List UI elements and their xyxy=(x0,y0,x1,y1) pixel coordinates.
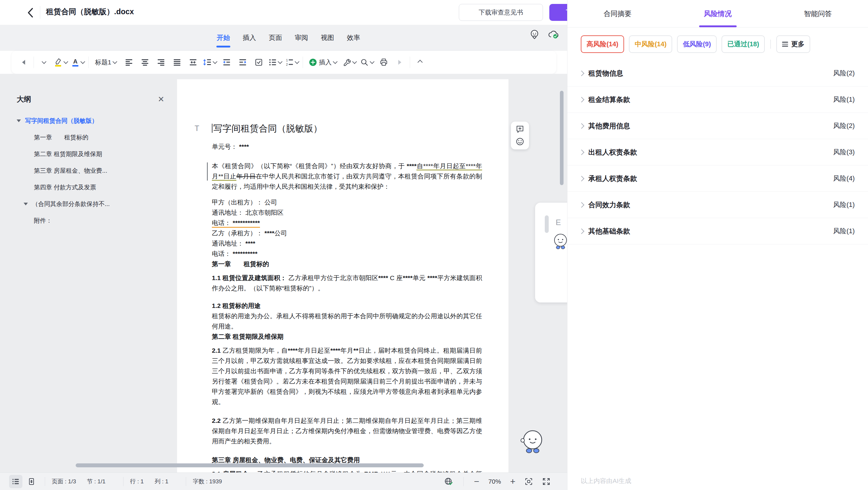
outline-item[interactable]: 写字间租赁合同（脱敏版） xyxy=(17,112,168,129)
ribbon-tab-审阅[interactable]: 审阅 xyxy=(288,25,314,51)
outline-item[interactable]: （合同其余部分条款保持不... xyxy=(17,196,168,212)
tools-button[interactable] xyxy=(343,55,356,69)
bullet-list-button[interactable] xyxy=(269,55,282,69)
risk-category-row[interactable]: 其他费用信息风险(2) xyxy=(567,113,868,139)
emoji-reaction-icon[interactable] xyxy=(516,137,525,146)
risk-category-row[interactable]: 租金结算条款风险(1) xyxy=(567,87,868,113)
ribbon-tab-视图[interactable]: 视图 xyxy=(314,25,340,51)
ribbon-tabs: 开始插入页面审阅视图效率 xyxy=(210,25,367,51)
align-center-button[interactable] xyxy=(139,55,151,69)
tab-smart-qa[interactable]: 智能问答 xyxy=(768,0,868,27)
font-color-button[interactable]: A xyxy=(71,55,85,69)
vertical-scrollbar[interactable] xyxy=(560,91,563,185)
ai-assistant-mascot[interactable] xyxy=(518,427,547,456)
cloud-sync-status-icon[interactable] xyxy=(548,30,559,39)
risk-category-row[interactable]: 其他基础条款风险(1) xyxy=(567,218,868,244)
insert-button[interactable]: 插入 xyxy=(307,55,339,69)
doc-paragraph: 写字间租赁合同（脱敏版） xyxy=(212,122,482,135)
back-chevron-icon xyxy=(27,7,34,18)
line-spacing-button[interactable] xyxy=(203,55,217,69)
language-check-icon[interactable] xyxy=(444,477,453,486)
page-view-button[interactable] xyxy=(25,475,38,488)
outline-item[interactable]: 第三章 房屋租金、物业费... xyxy=(17,162,168,179)
avatar-icon[interactable] xyxy=(529,29,540,40)
horizontal-scrollbar[interactable] xyxy=(76,463,424,467)
checkbox-list-button[interactable] xyxy=(253,55,265,69)
fullscreen-icon[interactable] xyxy=(542,477,551,486)
more-label: 更多 xyxy=(791,40,804,49)
text-run: *********** xyxy=(233,219,260,228)
highlight-color-button[interactable] xyxy=(54,55,67,69)
risk-category-row[interactable]: 合同效力条款风险(1) xyxy=(567,192,868,218)
zoom-out-button[interactable]: − xyxy=(474,477,479,486)
tab-risk-status[interactable]: 风险情况 xyxy=(668,0,768,27)
wrench-icon xyxy=(343,58,351,67)
risk-category-row[interactable]: 承租人权责条款风险(4) xyxy=(567,165,868,192)
toolbar-divider xyxy=(303,57,303,68)
fit-page-icon[interactable] xyxy=(525,477,533,486)
chevron-right-icon xyxy=(579,228,584,234)
add-comment-icon[interactable] xyxy=(516,125,525,134)
text-run: 通讯地址： xyxy=(212,240,245,247)
ribbon-tab-页面[interactable]: 页面 xyxy=(262,25,288,51)
zoom-level[interactable]: 70% xyxy=(488,478,501,485)
text-run: 乙方承租租赁标的每月含税净租金为 xyxy=(257,470,364,472)
font-options-dropdown[interactable] xyxy=(38,55,50,69)
risk-category-row[interactable]: 出租人权责条款风险(3) xyxy=(567,139,868,165)
ai-generated-note: 以上内容由AI生成 xyxy=(581,477,631,485)
paragraph-style-picker[interactable]: 标题1 xyxy=(93,55,119,69)
download-review-report-button[interactable]: 下载审查意见书 xyxy=(459,4,543,21)
risk-category-list: 租赁物信息风险(2)租金结算条款风险(1)其他费用信息风险(2)出租人权责条款风… xyxy=(567,60,868,244)
chip-high-risk[interactable]: 高风险(14) xyxy=(581,35,624,53)
print-button[interactable] xyxy=(378,55,390,69)
increase-indent-button[interactable] xyxy=(237,55,249,69)
numbered-list-button[interactable]: 1 2 xyxy=(286,55,299,69)
justify-button[interactable] xyxy=(171,55,183,69)
assistant-peek-panel[interactable]: E xyxy=(535,203,567,302)
scroll-toolbar-left-button[interactable] xyxy=(18,55,30,69)
text-run: C 座 xyxy=(388,274,403,281)
text-run: **** xyxy=(245,240,255,247)
doc-paragraph: 通讯地址： **** xyxy=(212,238,482,249)
tab-contract-summary[interactable]: 合同摘要 xyxy=(567,0,668,27)
drag-handle[interactable] xyxy=(545,215,549,233)
text-run: 甲方（出租方）： 公司 xyxy=(212,199,277,206)
back-button[interactable] xyxy=(24,6,37,19)
text-cursor xyxy=(212,124,213,133)
distribute-text-button[interactable] xyxy=(187,55,199,69)
outline-item[interactable]: 第一章 租赁标的 xyxy=(17,129,168,146)
align-right-button[interactable] xyxy=(155,55,167,69)
document-page[interactable]: T 写字间租赁合同（脱敏版）单元号： ****本《租赁合同》（以下简称“《租赁合… xyxy=(177,79,508,472)
document-title: 租赁合同（脱敏版）.docx xyxy=(46,7,134,17)
scroll-toolbar-right-button[interactable] xyxy=(394,55,406,69)
text-run: **** xyxy=(288,347,298,354)
chip-medium-risk[interactable]: 中风险(14) xyxy=(629,35,672,53)
doc-paragraph: 本《租赁合同》（以下简称“《租赁合同》”）经由双方友好协商，于 ****自***… xyxy=(212,161,482,192)
more-filters-button[interactable]: 更多 xyxy=(776,35,810,53)
align-left-button[interactable] xyxy=(123,55,135,69)
risk-category-row[interactable]: 租赁物信息风险(2) xyxy=(567,60,868,87)
chip-low-risk[interactable]: 低风险(9) xyxy=(677,35,717,53)
outline-close-icon[interactable]: ✕ xyxy=(158,95,168,104)
ribbon-tab-插入[interactable]: 插入 xyxy=(236,25,262,51)
decrease-indent-button[interactable] xyxy=(221,55,233,69)
caret-down-icon[interactable] xyxy=(24,203,28,205)
ribbon-tab-效率[interactable]: 效率 xyxy=(340,25,367,51)
outline-item[interactable]: 第二章 租赁期限及维保期 xyxy=(17,146,168,162)
outline-item[interactable]: 第四章 付款方式及发票 xyxy=(17,179,168,196)
zoom-in-button[interactable]: + xyxy=(510,477,516,486)
section-indicator: 节 : 1/1 xyxy=(87,478,105,486)
outline-toggle-button[interactable] xyxy=(9,475,22,488)
ribbon-tab-开始[interactable]: 开始 xyxy=(210,25,236,51)
risk-category-title: 其他基础条款 xyxy=(588,227,630,236)
risk-count-badge: 风险(1) xyxy=(833,95,855,104)
caret-down-icon[interactable] xyxy=(17,120,21,122)
text-run: 通讯地址： 北京市朝阳区 xyxy=(212,209,284,216)
doc-paragraph: 电话： ********** xyxy=(212,249,482,259)
insert-label: 插入 xyxy=(319,58,332,67)
find-button[interactable] xyxy=(360,55,374,69)
outline-item[interactable]: 附件： xyxy=(17,212,168,229)
collapse-toolbar-button[interactable] xyxy=(414,55,426,69)
chip-passed[interactable]: 已通过(18) xyxy=(721,35,765,53)
risk-count-badge: 风险(4) xyxy=(833,174,855,183)
